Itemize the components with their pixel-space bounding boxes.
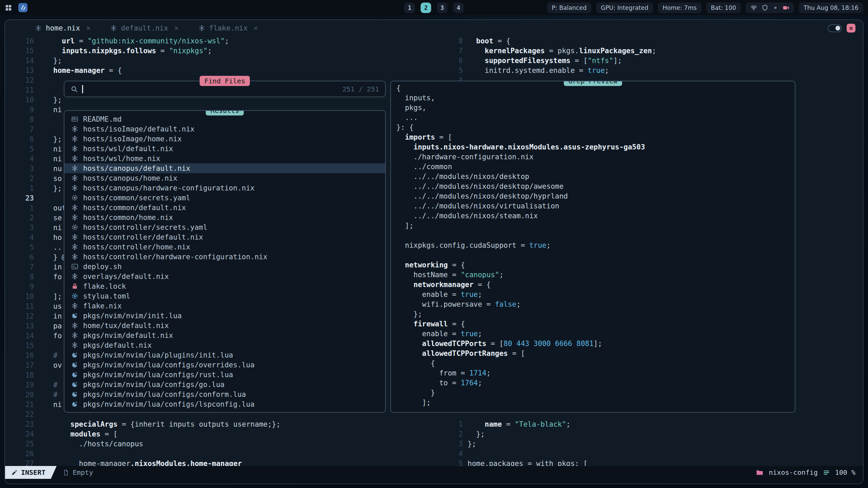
file-result-label: hosts/common/default.nix <box>83 204 186 212</box>
nix-icon <box>71 145 78 152</box>
line-number: 14 <box>5 331 34 341</box>
launcher-logo-icon[interactable] <box>18 3 27 12</box>
preview-line: networking = { <box>391 260 795 270</box>
file-result-label: pkgs/nvim/default.nix <box>83 331 173 340</box>
line-number: 26 <box>5 449 34 459</box>
topbar-module: Home: 7ms <box>658 2 701 13</box>
file-result-item[interactable]: pkgs/nvim/nvim/lua/configs/go.lua <box>64 380 385 389</box>
topbar-modules: P: BalancedGPU: IntegratedHome: 7msBat: … <box>547 2 741 13</box>
mode-indicator: INSERT <box>5 466 51 479</box>
file-result-label: hosts/isoImage/home.nix <box>83 135 182 143</box>
preview-line: ./hardware-configuration.nix <box>391 152 795 162</box>
tab-flake.nix[interactable]: flake.nix× <box>198 24 258 32</box>
file-result-label: stylua.toml <box>83 292 130 300</box>
text-cursor <box>82 85 83 93</box>
nix-icon <box>35 25 42 32</box>
line-number: 24 <box>5 429 34 439</box>
topbar-module: P: Balanced <box>547 2 591 13</box>
nix-icon <box>198 25 205 32</box>
app-launcher-icon[interactable] <box>5 4 12 12</box>
file-result-label: hosts/canopus/hardware-configuration.nix <box>83 184 255 192</box>
tab-close-icon[interactable]: × <box>174 24 179 32</box>
file-result-item[interactable]: overlays/default.nix <box>64 271 385 281</box>
preview-line: ]; <box>391 398 795 408</box>
line-number: 12 <box>5 76 34 85</box>
preview-line <box>391 231 795 241</box>
file-result-item[interactable]: hosts/wsl/home.nix <box>64 154 385 163</box>
file-result-item[interactable]: flake.lock <box>64 281 385 291</box>
tab-default.nix[interactable]: default.nix× <box>110 24 179 32</box>
status-icons <box>750 4 789 11</box>
line-number: 2 <box>5 213 34 223</box>
file-result-item[interactable]: pkgs/nvim/nvim/lua/configs/rust.lua <box>64 370 385 380</box>
preview-line: imports = [ <box>391 133 795 142</box>
workspace-2[interactable]: 2 <box>421 2 431 13</box>
file-result-item[interactable]: hosts/controller/hardware-configuration.… <box>64 252 385 262</box>
line-number: 2 <box>446 429 463 439</box>
file-result-item[interactable]: hosts/isoImage/default.nix <box>64 124 385 134</box>
file-result-item[interactable]: hosts/common/home.nix <box>64 212 385 222</box>
tab-close-icon[interactable]: × <box>86 24 91 32</box>
file-result-item[interactable]: deploy.sh <box>64 262 385 271</box>
preview-title: Grep Preview <box>564 81 622 86</box>
file-result-item[interactable]: flake.nix <box>64 301 385 311</box>
preview-line: ... <box>391 113 795 123</box>
workspace-1[interactable]: 1 <box>405 2 415 13</box>
find-files-prompt[interactable]: Find Files 251 / 251 <box>64 81 386 97</box>
nix-icon <box>71 243 78 250</box>
file-result-item[interactable]: hosts/canopus/hardware-configuration.nix <box>64 183 385 193</box>
md-icon <box>71 116 78 123</box>
result-counter: 251 / 251 <box>342 85 379 93</box>
lua-icon <box>71 371 78 378</box>
line-number: 11 <box>5 85 34 95</box>
file-result-item[interactable]: pkgs/nvim/nvim/lua/plugins/init.lua <box>64 350 385 360</box>
file-result-item[interactable]: hosts/common/default.nix <box>64 203 385 212</box>
line-number: 13 <box>5 66 34 76</box>
file-result-item[interactable]: pkgs/default.nix <box>64 340 385 350</box>
preview-line: allowedTCPPorts = [80 443 3000 6666 8081… <box>391 339 795 349</box>
file-result-label: hosts/wsl/default.nix <box>83 145 173 153</box>
tab-label: flake.nix <box>209 24 248 32</box>
gear-icon <box>71 224 78 231</box>
file-result-item[interactable]: hosts/wsl/default.nix <box>64 144 385 154</box>
code-line: 4 <box>446 449 863 459</box>
line-number: 6 <box>446 56 463 66</box>
lua-icon <box>71 351 78 359</box>
camera-icon <box>783 4 789 11</box>
workspace-3[interactable]: 3 <box>437 2 448 13</box>
file-result-label: flake.nix <box>83 302 122 310</box>
nix-icon <box>71 155 78 162</box>
workspace-4[interactable]: 4 <box>453 2 464 13</box>
file-result-item[interactable]: hosts/common/secrets.yaml <box>64 193 385 203</box>
tab-home.nix[interactable]: home.nix× <box>35 24 91 32</box>
code-line: 16 url = "github:nix-community/nixos-wsl… <box>5 36 446 46</box>
line-number: 17 <box>5 361 34 370</box>
workspaces: 1234 <box>405 2 464 13</box>
preview-content: { inputs, pkgs, ...}: { imports = [ inpu… <box>391 83 795 408</box>
file-result-item[interactable]: pkgs/nvim/nvim/init.lua <box>64 311 385 321</box>
file-result-item[interactable]: pkgs/nvim/nvim/lua/configs/lspconfig.lua <box>64 399 385 409</box>
file-result-item[interactable]: pkgs/nvim/nvim/lua/configs/overrides.lua <box>64 360 385 370</box>
file-result-item[interactable]: README.md <box>64 114 385 124</box>
file-result-label: overlays/default.nix <box>83 272 169 281</box>
window-close-button[interactable]: × <box>847 24 855 33</box>
window-pin-toggle[interactable] <box>828 24 842 32</box>
mode-label: INSERT <box>21 468 45 476</box>
file-result-item[interactable]: hosts/isoImage/home.nix <box>64 134 385 144</box>
file-result-item[interactable]: pkgs/nvim/default.nix <box>64 330 385 340</box>
tab-close-icon[interactable]: × <box>254 24 258 32</box>
file-result-item[interactable]: hosts/controller/secrets.yaml <box>64 222 385 232</box>
preview-line: networkmanager = { <box>391 280 795 290</box>
file-result-item[interactable]: hosts/controller/home.nix <box>64 242 385 252</box>
file-result-item[interactable]: home/tux/default.nix <box>64 321 385 330</box>
file-result-item[interactable]: hosts/controller/default.nix <box>64 232 385 242</box>
line-number: 23 <box>5 420 34 429</box>
file-result-item[interactable]: hosts/canopus/home.nix <box>64 173 385 183</box>
line-number: 27 <box>5 459 34 466</box>
file-result-item[interactable]: stylua.toml <box>64 291 385 301</box>
file-result-item[interactable]: pkgs/nvim/nvim/lua/configs/conform.lua <box>64 389 385 399</box>
preview-line: ../../modules/nixos/steam.nix <box>391 211 795 221</box>
file-result-item[interactable]: hosts/canopus/default.nix <box>64 163 385 173</box>
file-result-label: hosts/common/home.nix <box>83 214 173 222</box>
code-line: 1 name = "Tela-black"; <box>446 420 863 429</box>
